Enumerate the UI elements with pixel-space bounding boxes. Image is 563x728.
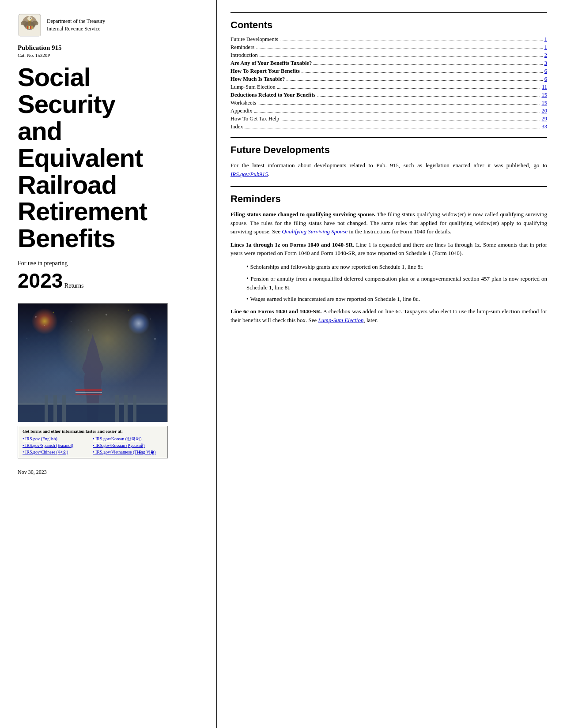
svg-rect-24 — [18, 404, 167, 422]
link-irs[interactable]: • IRS.gov (English) — [23, 435, 93, 442]
date-footer: Nov 30, 2023 — [18, 469, 203, 476]
svg-rect-34 — [76, 394, 102, 395]
year-line: 2023 Returns — [18, 269, 203, 293]
bullet-item-1: Scholarships and fellowship grants are n… — [246, 262, 547, 271]
toc-label-7: Lump-Sum Election — [230, 84, 276, 90]
contents-section: Contents Future Developments 1 Reminders… — [230, 19, 547, 130]
link-korean[interactable]: • IRS.gov/Korean (한국어) — [93, 435, 163, 442]
year-number: 2023 — [18, 269, 63, 292]
toc-row-11: How To Get Tax Help 29 — [230, 116, 547, 122]
reminder1-bold: Filing status name changed to qualifying… — [230, 211, 375, 218]
returns-text: Returns — [63, 282, 83, 289]
toc-page-12[interactable]: 33 — [542, 124, 548, 130]
toc-dots-6 — [287, 80, 542, 81]
qualifying-surviving-spouse-link[interactable]: Qualifying Surviving Spouse — [282, 228, 348, 235]
agency-text: Department of the Treasury Internal Reve… — [47, 18, 105, 33]
svg-point-15 — [53, 312, 54, 313]
pub915-link[interactable]: IRS.gov/Pub915 — [230, 171, 268, 177]
toc-page-8[interactable]: 15 — [542, 92, 548, 98]
toc-row-1: Future Developments 1 — [230, 36, 547, 43]
right-column: Contents Future Developments 1 Reminders… — [216, 0, 563, 728]
toc-label-1: Future Developments — [230, 36, 278, 43]
toc-page-1[interactable]: 1 — [544, 36, 547, 43]
svg-point-17 — [44, 325, 45, 326]
logo-header: Department of the Treasury Internal Reve… — [18, 13, 203, 37]
svg-point-20 — [150, 319, 151, 319]
toc-label-10: Appendix — [230, 108, 252, 114]
toc-page-9[interactable]: 15 — [542, 100, 548, 106]
link-spanish[interactable]: • IRS.gov/Spanish (Español) — [23, 442, 93, 449]
toc-page-3[interactable]: 2 — [544, 52, 547, 59]
toc-dots-9 — [258, 104, 540, 105]
divider-after-toc — [230, 137, 547, 138]
toc-label-5: How To Report Your Benefits — [230, 68, 300, 75]
toc-dots-1 — [280, 41, 543, 41]
toc-row-3: Introduction 2 — [230, 52, 547, 59]
svg-point-22 — [26, 338, 27, 339]
cat-number: Cat. No. 15320P — [18, 53, 203, 58]
contents-title: Contents — [230, 19, 547, 31]
toc-dots-7 — [277, 88, 540, 89]
website-box: Get forms and other information faster a… — [18, 426, 168, 458]
svg-rect-31 — [133, 395, 136, 422]
toc-row-7: Lump-Sum Election 11 — [230, 84, 547, 90]
bullet-list: Scholarships and fellowship grants are n… — [239, 262, 547, 304]
toc-row-5: How To Report Your Benefits 6 — [230, 68, 547, 75]
svg-point-16 — [71, 321, 72, 322]
irs-logo — [18, 13, 42, 37]
reminder-2: Lines 1a through 1z on Forms 1040 and 10… — [230, 240, 547, 258]
toc-page-5[interactable]: 6 — [544, 68, 547, 75]
left-column: Department of the Treasury Internal Reve… — [0, 0, 216, 728]
toc-table: Future Developments 1 Reminders 1 Introd… — [230, 36, 547, 130]
lump-sum-election-link[interactable]: Lump-Sum Election — [318, 317, 364, 323]
cover-image — [18, 303, 168, 422]
link-vietnamese[interactable]: • IRS.gov/Vietnamese (Tiếng Việt) — [93, 449, 163, 455]
toc-dots-8 — [317, 96, 540, 97]
svg-point-18 — [106, 314, 107, 315]
toc-row-12: Index 33 — [230, 124, 547, 130]
reminders-section: Reminders Filing status name changed to … — [230, 193, 547, 324]
toc-row-10: Appendix 20 — [230, 108, 547, 114]
link-russian[interactable]: • IRS.gov/Russian (Русский) — [93, 442, 163, 449]
toc-dots-10 — [254, 112, 540, 113]
toc-page-10[interactable]: 20 — [542, 108, 548, 114]
reminder-3: Line 6c on Forms 1040 and 1040-SR. A che… — [230, 307, 547, 324]
toc-dots-3 — [260, 56, 543, 57]
reminders-title: Reminders — [230, 193, 547, 205]
link-chinese[interactable]: • IRS.gov/Chinese (中文) — [23, 449, 93, 455]
website-col-left: • IRS.gov (English) • IRS.gov/Spanish (E… — [23, 435, 93, 455]
toc-dots-2 — [256, 49, 543, 49]
toc-label-8: Deductions Related to Your Benefits — [230, 92, 315, 98]
future-dev-text: For the latest information about develop… — [230, 161, 547, 178]
reminder3-bold: Line 6c on Forms 1040 and 1040-SR. — [230, 308, 322, 315]
toc-dots-12 — [245, 128, 540, 128]
pub-number: Publication 915 — [18, 44, 203, 52]
toc-page-6[interactable]: 6 — [544, 76, 547, 83]
reminder-1: Filing status name changed to qualifying… — [230, 210, 547, 236]
agency-line1: Department of the Treasury — [47, 18, 105, 25]
svg-point-21 — [88, 330, 90, 331]
reminder2-bold: Lines 1a through 1z on Forms 1040 and 10… — [230, 241, 354, 248]
toc-label-4: Are Any of Your Benefits Taxable? — [230, 60, 312, 67]
toc-label-2: Reminders — [230, 44, 254, 51]
future-dev-section: Future Developments For the latest infor… — [230, 144, 547, 178]
toc-page-2[interactable]: 1 — [544, 44, 547, 51]
svg-point-11 — [30, 18, 31, 19]
for-use-text: For use in preparing — [18, 260, 203, 267]
toc-row-2: Reminders 1 — [230, 44, 547, 51]
future-dev-title: Future Developments — [230, 144, 547, 156]
toc-page-11[interactable]: 29 — [542, 116, 548, 122]
svg-rect-28 — [62, 395, 66, 422]
svg-rect-26 — [45, 395, 48, 422]
svg-rect-33 — [76, 392, 102, 393]
toc-label-11: How To Get Tax Help — [230, 116, 279, 122]
svg-point-14 — [35, 316, 37, 318]
toc-page-7[interactable]: 11 — [542, 84, 547, 90]
toc-page-4[interactable]: 3 — [544, 60, 547, 67]
toc-row-6: How Much Is Taxable? 6 — [230, 76, 547, 83]
toc-dots-11 — [281, 120, 540, 120]
toc-label-3: Introduction — [230, 52, 258, 59]
svg-rect-5 — [27, 26, 28, 29]
svg-point-10 — [27, 16, 32, 21]
agency-line2: Internal Revenue Service — [47, 25, 105, 33]
